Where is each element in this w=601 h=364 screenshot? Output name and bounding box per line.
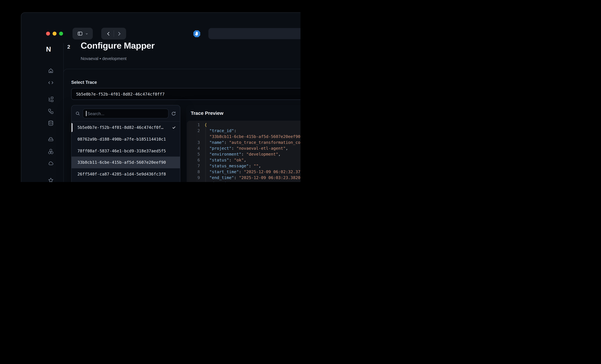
trace-list-item[interactable]: 33b8cb11-6cbe-415b-af5d-5607e20eef90 — [71, 157, 180, 168]
select-trace-label: Select Trace — [71, 80, 97, 85]
step-number: 2 — [67, 44, 70, 50]
sidebar-item-server[interactable] — [48, 136, 54, 142]
sidebar-item-blocks[interactable] — [48, 149, 54, 154]
search-placeholder: Search... — [87, 111, 104, 116]
code-line: 8"start_time": "2025-12-09 06:02:32.3710… — [190, 169, 300, 175]
page-subtitle: Novaeval • development — [81, 56, 127, 61]
traffic-light-zoom[interactable] — [59, 32, 63, 36]
sidebar-toggle-button[interactable] — [72, 28, 93, 39]
mapper-card: Select Trace 5b5e0b7e-f52b-4f01-8d82-46c… — [63, 69, 300, 182]
code-line: 6"status": "ok", — [190, 157, 300, 163]
trace-id: 26ff540f-ca87-4285-a1d4-5e9d436fc3f8 — [77, 172, 166, 176]
sidebar-item-trace-tree[interactable] — [48, 96, 54, 102]
code-line: 7"status_message": "", — [190, 163, 300, 169]
sidebar-toggle-icon — [77, 31, 82, 36]
url-bar[interactable]: beta.noveum.ai — [208, 28, 300, 39]
trace-select-value: 5b5e0b7e-f52b-4f01-8d82-46c474cf0ff7 — [76, 92, 165, 96]
check-icon — [172, 125, 176, 130]
code-line: 2"trace_id": "33b8cb11-6cbe-415b-af5d-56… — [190, 128, 300, 140]
trace-dropdown: Search... 5b5e0b7e-f52b-4f01-8d82-46c474… — [71, 105, 180, 182]
trace-list: 5b5e0b7e-f52b-4f01-8d82-46c474cf0f… 0876… — [71, 122, 180, 182]
back-icon[interactable] — [106, 31, 111, 36]
trace-list-item[interactable]: 78ff08af-5837-46e1-bcd9-318e37aed5f5 — [71, 145, 180, 157]
active-indicator — [71, 123, 72, 132]
forward-icon[interactable] — [116, 31, 121, 36]
code-line: 3"name": "auto_trace_transformation_code… — [190, 140, 300, 145]
trace-id: 78ff08af-5837-46e1-bcd9-318e37aed5f5 — [77, 148, 166, 153]
search-input[interactable]: Search... — [83, 109, 169, 118]
trace-list-item[interactable]: 26ff540f-ca87-4285-a1d4-5e9d436fc3f8 — [71, 168, 180, 180]
app-logo: N — [46, 45, 51, 53]
code-line: 1{ — [190, 122, 300, 128]
trace-select[interactable]: 5b5e0b7e-f52b-4f01-8d82-46c474cf0ff7 — [71, 88, 300, 100]
app-sidebar — [21, 43, 64, 182]
trace-preview-code-area[interactable]: 1{2"trace_id": "33b8cb11-6cbe-415b-af5d-… — [187, 121, 300, 182]
trace-id: 5b5e0b7e-f52b-4f01-8d82-46c474cf0f… — [77, 125, 163, 130]
traffic-light-minimize[interactable] — [53, 32, 57, 36]
code-line: 5"environment": "development", — [190, 151, 300, 157]
refresh-icon[interactable] — [171, 111, 176, 116]
sidebar-item-database[interactable] — [48, 120, 54, 126]
trace-id: 33b8cb11-6cbe-415b-af5d-5607e20eef90 — [77, 160, 166, 165]
sidebar-item-workflow[interactable] — [48, 109, 54, 114]
content-blocker-shield-icon[interactable] — [193, 30, 200, 38]
trace-list-item[interactable]: 08762a9b-d188-490b-a7fe-b185114410c1 — [71, 133, 180, 145]
chevron-down-icon — [85, 32, 88, 35]
trace-preview-panel: Trace Preview 1{2"trace_id": "33b8cb11-6… — [186, 105, 300, 182]
nav-buttons — [101, 28, 126, 39]
screen: beta.noveum.ai N — [0, 0, 300, 182]
trace-preview-title: Trace Preview — [191, 110, 223, 116]
sidebar-item-star[interactable] — [48, 177, 54, 182]
sidebar-item-home[interactable] — [48, 68, 54, 73]
code-line: 9"end_time": "2025-12-09 06:03:23.382000… — [190, 175, 300, 181]
trace-preview-json: 1{2"trace_id": "33b8cb11-6cbe-415b-af5d-… — [187, 121, 300, 182]
browser-window: beta.noveum.ai N — [21, 12, 300, 182]
sidebar-item-code[interactable] — [48, 80, 54, 86]
trace-list-item[interactable]: 8ecb3cbf-f733-4016-917f-560726b36872 — [71, 180, 180, 182]
traffic-light-close[interactable] — [46, 32, 50, 36]
page-title: Configure Mapper — [81, 41, 154, 51]
code-line: 10"duration_ms": 51011, — [190, 181, 300, 182]
code-line: 4"project": "novaeval-etl-agent", — [190, 145, 300, 151]
sidebar-item-cloud[interactable] — [48, 161, 54, 166]
trace-id: 08762a9b-d188-490b-a7fe-b185114410c1 — [77, 137, 166, 142]
search-icon — [75, 111, 80, 116]
text-caret — [86, 111, 86, 116]
trace-list-item[interactable]: 5b5e0b7e-f52b-4f01-8d82-46c474cf0f… — [71, 122, 180, 133]
